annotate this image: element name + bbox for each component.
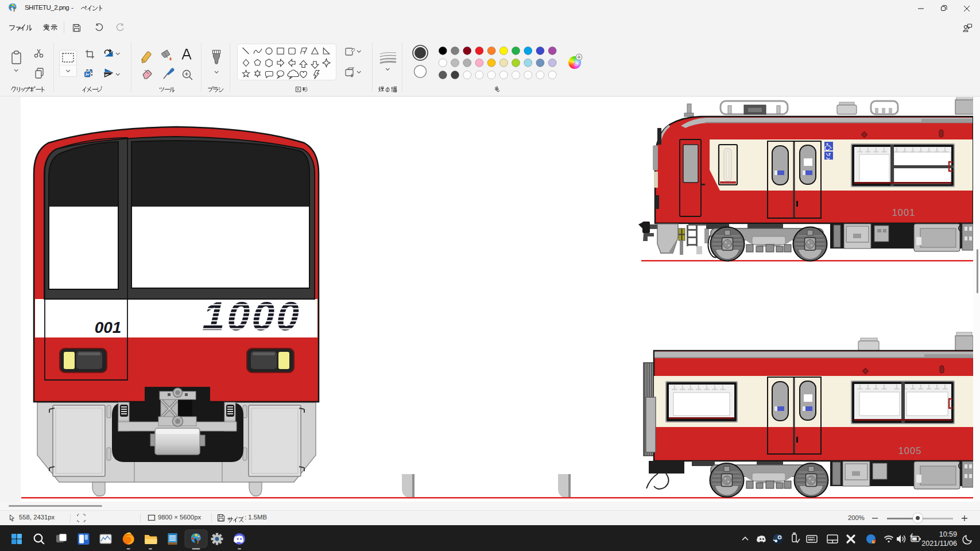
svg-text:1001: 1001 xyxy=(892,207,916,218)
svg-text:001: 001 xyxy=(95,319,122,336)
svg-text:2021/11/06: 2021/11/06 xyxy=(921,540,957,548)
svg-text:10:59: 10:59 xyxy=(939,530,957,538)
svg-text:1000: 1000 xyxy=(202,294,302,339)
svg-text:1005: 1005 xyxy=(898,445,922,456)
